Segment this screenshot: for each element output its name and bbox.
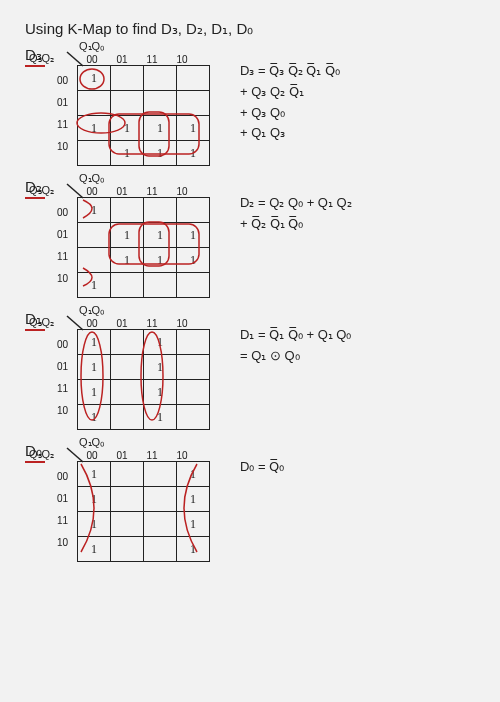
kmap-cell: 1	[78, 512, 111, 537]
kmap-cell	[111, 273, 144, 298]
kmap-cell	[111, 91, 144, 116]
col-headers: 00011110	[77, 318, 210, 329]
row-code: 10	[57, 268, 68, 290]
kmap-cell: 1	[78, 330, 111, 355]
kmap-cell	[78, 248, 111, 273]
kmap-cell: 1	[78, 355, 111, 380]
svg-line-0	[67, 52, 83, 66]
axis-left-label: Q₃Q₂	[29, 52, 54, 65]
axis-top-label: Q₁Q₀	[79, 40, 104, 53]
kmap-cell: 1	[144, 223, 177, 248]
col-code: 01	[107, 450, 137, 461]
row-code: 11	[57, 114, 68, 136]
col-code: 11	[137, 450, 167, 461]
kmap-cell	[144, 198, 177, 223]
equation-block: D₀ = Q̅₀	[240, 457, 284, 478]
row-code: 10	[57, 400, 68, 422]
row-code: 01	[57, 92, 68, 114]
kmap-cell: 1	[144, 405, 177, 430]
row-code: 01	[57, 356, 68, 378]
kmap-cell: 1	[177, 141, 210, 166]
col-code: 01	[107, 318, 137, 329]
row-code: 11	[57, 378, 68, 400]
row-code: 11	[57, 246, 68, 268]
kmap-cell: 1	[177, 487, 210, 512]
col-code: 10	[167, 318, 197, 329]
kmap-cell: 1	[177, 248, 210, 273]
kmap-grid: Q₁Q₀Q₃Q₂000111100001111011111111	[59, 450, 210, 562]
col-code: 11	[137, 318, 167, 329]
equation-line: + Q₁ Q₃	[240, 123, 340, 144]
svg-line-5	[67, 184, 83, 198]
row-headers: 00011110	[57, 70, 68, 158]
equation-block: D₂ = Q₂ Q₀ + Q₁ Q₂ + Q̅₂ Q̅₁ Q̅₀	[240, 193, 352, 235]
axis-left-label: Q₃Q₂	[29, 448, 54, 461]
kmap-grid: Q₁Q₀Q₃Q₂000111100001111011111111	[59, 318, 210, 430]
row-code: 01	[57, 488, 68, 510]
kmap-cell: 1	[177, 223, 210, 248]
kmap-cell	[144, 66, 177, 91]
col-code: 01	[107, 186, 137, 197]
page-title: Using K-Map to find D₃, D₂, D₁, D₀	[25, 20, 475, 38]
svg-line-11	[67, 448, 83, 462]
kmap-cell	[144, 273, 177, 298]
axis-top-label: Q₁Q₀	[79, 304, 104, 317]
kmap-grid: Q₁Q₀Q₃Q₂000111100001111011111111	[59, 54, 210, 166]
svg-line-8	[67, 316, 83, 330]
kmap-table: 11111111	[77, 197, 210, 298]
kmap-cell: 1	[78, 537, 111, 562]
col-code: 11	[137, 186, 167, 197]
axis-left-label: Q₃Q₂	[29, 316, 54, 329]
kmap-cell: 1	[78, 66, 111, 91]
equation-block: D₁ = Q̅₁ Q̅₀ + Q₁ Q₀ = Q₁ ⊙ Q₀	[240, 325, 351, 367]
equation-line: D₂ = Q₂ Q₀ + Q₁ Q₂	[240, 193, 352, 214]
col-headers: 00011110	[77, 450, 210, 461]
row-code: 01	[57, 224, 68, 246]
kmap-cell: 1	[111, 141, 144, 166]
col-code: 01	[107, 54, 137, 65]
kmap-cell	[177, 380, 210, 405]
axis-top-label: Q₁Q₀	[79, 436, 104, 449]
kmap-cell: 1	[144, 248, 177, 273]
equation-line: D₁ = Q̅₁ Q̅₀ + Q₁ Q₀	[240, 325, 351, 346]
kmap-cell: 1	[78, 462, 111, 487]
kmap-cell: 1	[111, 248, 144, 273]
col-headers: 00011110	[77, 54, 210, 65]
axis-top-label: Q₁Q₀	[79, 172, 104, 185]
row-code: 00	[57, 334, 68, 356]
kmap-cell: 1	[144, 330, 177, 355]
kmap-table: 11111111	[77, 65, 210, 166]
kmap-section: D₃Q₁Q₀Q₃Q₂000111100001111011111111 D₃ = …	[25, 46, 475, 166]
kmap-cell: 1	[78, 273, 111, 298]
equation-line: + Q₃ Q₀	[240, 103, 340, 124]
col-code: 10	[167, 186, 197, 197]
kmap-cell: 1	[111, 116, 144, 141]
equation-line: D₀ = Q̅₀	[240, 457, 284, 478]
row-code: 10	[57, 532, 68, 554]
col-code: 10	[167, 450, 197, 461]
kmap-cell	[111, 66, 144, 91]
kmap-cell	[144, 91, 177, 116]
kmap-cell	[111, 355, 144, 380]
kmap-section: D₁Q₁Q₀Q₃Q₂000111100001111011111111 D₁ = …	[25, 310, 475, 430]
row-code: 11	[57, 510, 68, 532]
kmap-cell	[111, 462, 144, 487]
row-headers: 00011110	[57, 202, 68, 290]
kmap-cell: 1	[78, 198, 111, 223]
kmap-cell: 1	[144, 116, 177, 141]
equation-line: + Q̅₂ Q̅₁ Q̅₀	[240, 214, 352, 235]
kmap-cell	[177, 198, 210, 223]
kmap-cell	[111, 380, 144, 405]
row-code: 10	[57, 136, 68, 158]
kmap-cell	[144, 462, 177, 487]
kmap-cell	[177, 330, 210, 355]
kmap-cell	[78, 141, 111, 166]
kmap-cell	[177, 91, 210, 116]
col-headers: 00011110	[77, 186, 210, 197]
kmap-cell: 1	[177, 462, 210, 487]
kmap-cell: 1	[78, 487, 111, 512]
kmap-cell	[177, 66, 210, 91]
kmap-section: D₂Q₁Q₀Q₃Q₂000111100001111011111111 D₂ = …	[25, 178, 475, 298]
kmap-table: 11111111	[77, 461, 210, 562]
kmap-cell	[111, 198, 144, 223]
